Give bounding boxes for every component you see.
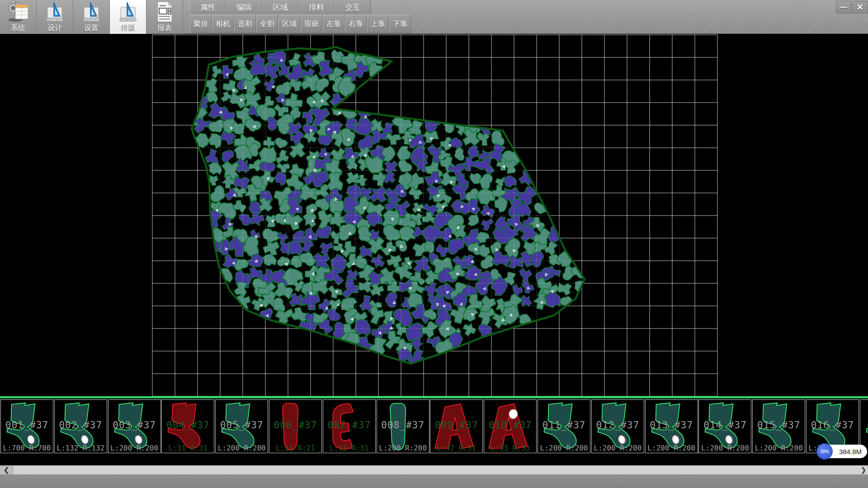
nesting-canvas[interactable] (0, 34, 868, 396)
strip-piece-003_#37[interactable]: 003_#37L:200 R:200 (108, 399, 161, 453)
minimize-button[interactable]: — (836, 1, 851, 14)
piece-film-strip: 001_#37L:700 R:700002_#37L:132 R:132003_… (0, 396, 868, 465)
strip-piece-counts: L:200 R:200 (646, 444, 698, 452)
strip-piece-013_#37[interactable]: 013_#37L:200 R:200 (645, 399, 698, 453)
strip-top-green-line-2 (0, 399, 868, 399)
strip-piece-counts: L:700 R:700 (1, 444, 53, 452)
report-icon (152, 1, 177, 23)
nesting-canvas-svg (0, 34, 868, 396)
strip-piece-counts: L:200 R:200 (592, 444, 644, 452)
toolbar-button-系统[interactable]: 系统 (0, 0, 37, 34)
strip-piece-id: 014_#37 (699, 420, 751, 431)
tool-button-左靠[interactable]: 左靠 (323, 15, 344, 33)
toolbar-button-label: 设计 (47, 23, 62, 33)
strip-piece-010_#37[interactable]: 010_#37L:33 R:33 (484, 399, 537, 453)
tool-button-选割[interactable]: 选割 (234, 15, 256, 33)
toolbar-button-设置[interactable]: 设置 (73, 0, 110, 34)
strip-piece-id: 010_#37 (484, 420, 536, 431)
menu-tab-区域[interactable]: 区域 (262, 0, 298, 14)
tool-button-全割[interactable]: 全割 (256, 15, 278, 33)
menu-tab-交互[interactable]: 交互 (335, 0, 371, 14)
strip-piece-id: 012_#37 (592, 420, 644, 431)
strip-piece-008_#37[interactable]: 008_#37L:200 R:200 (377, 399, 429, 453)
strip-piece-id: 001_#37 (1, 420, 53, 431)
strip-piece-id: 004_#37 (162, 420, 214, 431)
close-button[interactable]: ✕ (852, 1, 868, 14)
strip-piece-009_#37[interactable]: 009_#37L:32 R:31 (430, 399, 483, 453)
tool-button-下靠[interactable]: 下靠 (389, 15, 411, 33)
strip-piece-005_#37[interactable]: 005_#37L:200 R:200 (215, 399, 268, 453)
tool-button-聚排[interactable]: 聚排 (190, 15, 212, 33)
progress-circle[interactable]: 38% (816, 443, 833, 460)
tool-button-右靠[interactable]: 右靠 (345, 15, 367, 33)
strip-piece-counts: L:32 R:31 (430, 444, 482, 452)
toolbar-button-label: 设置 (84, 23, 99, 33)
toolbar-button-设计[interactable]: 设计 (37, 0, 73, 34)
strip-piece-id: 013_#37 (646, 420, 698, 431)
strip-piece-015_#37[interactable]: 015_#37L:200 R:200 (752, 399, 805, 453)
strip-piece-counts: L:200 R:200 (216, 444, 268, 452)
menu-tab-属性[interactable]: 属性 (190, 0, 226, 14)
tool-button-相机[interactable]: 相机 (212, 15, 234, 33)
menu-tab-排料[interactable]: 排料 (298, 0, 335, 14)
strip-piece-014_#37[interactable]: 014_#37L:200 R:200 (698, 399, 751, 453)
strip-piece-006_#37[interactable]: 006_#37L:21 R:21 (269, 399, 322, 453)
toolbar-button-排版[interactable]: 排版 (110, 0, 146, 34)
strip-piece-007_#37[interactable]: 007_#37L:31 R:31 (323, 399, 376, 453)
strip-piece-004_#37[interactable]: 004_#37L:31 R:31 (161, 399, 214, 453)
strip-piece-id: 007_#37 (323, 420, 375, 431)
strip-piece-counts: L:200 R:200 (699, 444, 751, 452)
strip-piece-id: 01 (860, 420, 868, 431)
status-bar (0, 474, 868, 488)
strip-piece-id: 015_#37 (753, 420, 805, 431)
strip-piece-counts: L:200 R:200 (538, 444, 590, 452)
main-toolbar: 系统 设计 设置 排版 报表 属性编辑区域排料交互 聚排相机选割全割区域瑕疵左靠… (0, 0, 868, 34)
laptop-ruler-icon (42, 1, 67, 23)
tool-button-上靠[interactable]: 上靠 (367, 15, 389, 33)
toolbar-button-label: 系统 (11, 23, 25, 33)
laptop-ruler-icon (79, 1, 104, 23)
strip-piece-counts: L:33 R:33 (484, 444, 536, 452)
strip-piece-counts: L:31 R:31 (162, 444, 214, 452)
laptop-ruler-icon (115, 1, 141, 23)
strip-piece-id: 008_#37 (377, 420, 429, 431)
strip-piece-011_#37[interactable]: 011_#37L:200 R:200 (538, 399, 590, 453)
toolbar-button-label: 排版 (121, 23, 135, 33)
toolbar-button-报表[interactable]: 报表 (146, 0, 183, 34)
strip-piece-counts: L:200 R:200 (753, 444, 805, 452)
strip-piece-counts: L:200 R:200 (108, 444, 160, 452)
strip-piece-counts: L:21 R:21 (269, 444, 321, 452)
strip-piece-id: 003_#37 (108, 420, 160, 431)
strip-piece-counts: L:31 R:31 (323, 444, 375, 452)
tool-button-瑕疵[interactable]: 瑕疵 (301, 15, 322, 33)
tool-button-区域[interactable]: 区域 (278, 15, 300, 33)
scroll-right-button[interactable]: ❯ (861, 465, 866, 474)
toolbar-button-label: 报表 (157, 23, 172, 33)
menu-tab-编辑[interactable]: 编辑 (226, 0, 262, 14)
strip-piece-id: 016_#37 (807, 420, 859, 431)
strip-piece-001_#37[interactable]: 001_#37L:700 R:700 (0, 399, 53, 453)
memory-usage-value: 384.8M (839, 448, 862, 455)
gear-table-icon (5, 1, 31, 23)
strip-piece-id: 002_#37 (55, 420, 107, 431)
strip-top-green-line (0, 396, 868, 398)
strip-piece-002_#37[interactable]: 002_#37L:132 R:132 (54, 399, 107, 453)
scroll-left-button[interactable]: ❮ (0, 465, 13, 474)
horizontal-scrollbar[interactable]: ❮ ❯ (0, 465, 868, 474)
strip-piece-id: 005_#37 (216, 420, 268, 431)
app-window: 系统 设计 设置 排版 报表 属性编辑区域排料交互 聚排相机选割全割区域瑕疵左靠… (0, 0, 868, 488)
strip-piece-012_#37[interactable]: 012_#37L:200 R:200 (591, 399, 644, 453)
strip-piece-counts: L:200 R:200 (377, 444, 429, 452)
strip-piece-counts: L:132 R:132 (55, 444, 107, 452)
strip-piece-id: 009_#37 (430, 420, 482, 431)
strip-piece-id: 011_#37 (538, 420, 590, 431)
strip-piece-id: 006_#37 (269, 420, 321, 431)
